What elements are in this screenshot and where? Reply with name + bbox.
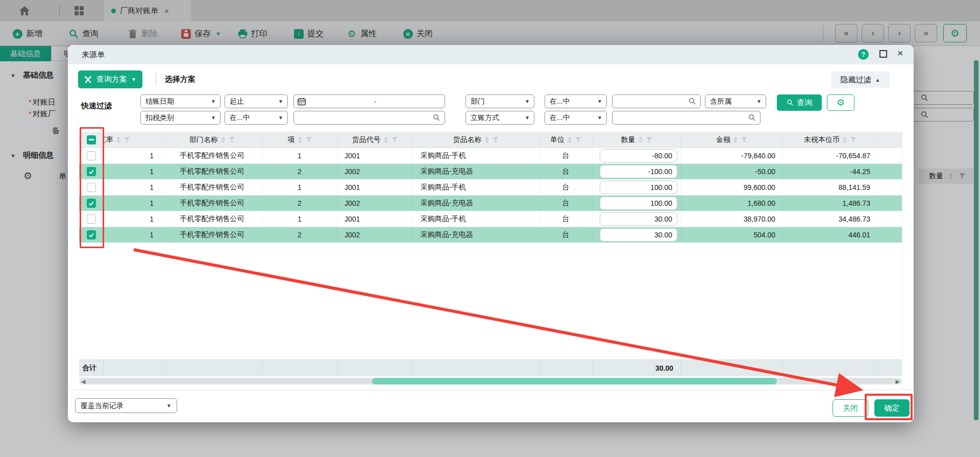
maximize-icon[interactable] [879, 50, 887, 58]
chevron-down-icon: ▼ [597, 99, 602, 104]
search-icon [787, 99, 794, 106]
overwrite-mode-select[interactable]: 覆盖当前记录 ▼ [75, 398, 177, 413]
qty-input[interactable] [600, 165, 677, 178]
filter-funnel-icon[interactable] [391, 137, 398, 143]
filter1-op2-select[interactable]: 在...中▼ [545, 94, 607, 108]
filter1-field-select[interactable]: 结账日期▼ [140, 94, 220, 108]
chevron-down-icon: ▼ [131, 77, 136, 82]
table-row[interactable]: 1手机零配件销售公司1J001采购商品-手机台-79,840.00-70,654… [79, 148, 902, 164]
row-checkbox[interactable] [87, 230, 96, 239]
filter2-op-select[interactable]: 在...中▼ [225, 111, 288, 125]
column-label: 金额 [716, 135, 730, 145]
filter-funnel-icon[interactable] [493, 137, 499, 143]
query-scheme-button[interactable]: 查询方案 ▼ [78, 70, 142, 88]
filter-settings-button[interactable]: ⚙ [827, 94, 854, 111]
help-icon[interactable]: ? [858, 49, 869, 60]
filter1-op-select[interactable]: 起止▼ [225, 94, 288, 108]
divider [902, 132, 902, 376]
dialog-close-button[interactable]: 关闭 [832, 399, 868, 417]
scrollbar-thumb[interactable] [372, 378, 777, 384]
column-label: 货品名称 [453, 135, 482, 145]
row-checkbox[interactable] [87, 151, 96, 160]
qty-input[interactable] [600, 197, 677, 210]
filter-funnel-icon[interactable] [306, 137, 312, 143]
dialog-header: 来源单 ? × [68, 45, 914, 64]
total-label: 合计 [79, 360, 104, 376]
filter-funnel-icon[interactable] [741, 137, 747, 143]
select-all-checkbox[interactable] [87, 135, 96, 145]
sort-icons[interactable] [843, 137, 847, 143]
chevron-down-icon: ▼ [211, 99, 216, 104]
sort-icons[interactable] [384, 137, 388, 143]
hide-filter-button[interactable]: 隐藏过滤 ▲ [831, 71, 890, 88]
sort-icons[interactable] [116, 137, 120, 143]
table-cell: 88,141.59 [783, 180, 878, 195]
qty-input[interactable] [600, 228, 677, 242]
column-header-2[interactable]: 部门名称 [162, 132, 262, 148]
dialog-confirm-button[interactable]: 确定 [874, 399, 910, 417]
column-header-8[interactable]: 金额 [681, 132, 783, 148]
row-checkbox[interactable] [87, 167, 96, 176]
query-button[interactable]: 查询 [777, 94, 822, 111]
quick-filter-label: 快速过滤 [81, 101, 112, 111]
column-label: 货品代号 [352, 135, 381, 145]
select-scheme-link[interactable]: 选择方案 [165, 75, 195, 84]
scroll-left-icon[interactable]: ◀ [81, 378, 85, 385]
filter1-search-input[interactable] [612, 94, 701, 108]
filter1-belong-select[interactable]: 含所属▼ [705, 94, 766, 108]
close-icon[interactable]: × [897, 47, 903, 59]
sort-icons[interactable] [733, 137, 738, 143]
sort-icons[interactable] [568, 137, 572, 143]
row-checkbox[interactable] [87, 183, 96, 192]
scroll-right-icon[interactable]: ▶ [896, 378, 900, 385]
chevron-down-icon: ▼ [278, 115, 283, 121]
table-cell: 1 [104, 148, 162, 163]
table-row[interactable]: 1手机零配件销售公司2J002采购商品-充电器台-50.00-44.25 [79, 164, 902, 180]
table-cell: 手机零配件销售公司 [162, 148, 262, 163]
sort-icons[interactable] [485, 137, 489, 143]
filter2-field-select[interactable]: 扣税类别▼ [140, 111, 220, 125]
filter2-search2-input[interactable] [612, 111, 761, 125]
qty-input[interactable] [600, 181, 677, 194]
filter-funnel-icon[interactable] [575, 137, 581, 143]
table-row[interactable]: 1手机零配件销售公司2J002采购商品-充电器台1,680.001,486.73 [79, 196, 902, 211]
column-header-3[interactable]: 项 [262, 132, 337, 148]
divider [68, 390, 914, 390]
filter1-date-range-input[interactable]: - [293, 94, 445, 108]
qty-cell [593, 148, 681, 163]
column-header-7[interactable]: 数量 [593, 132, 681, 148]
column-header-5[interactable]: 货品名称 [412, 132, 540, 148]
column-header-9[interactable]: 未税本位币 [783, 132, 878, 148]
table-row[interactable]: 1手机零配件销售公司1J001采购商品-手机台38,970.0034,486.7… [79, 211, 902, 227]
qty-input[interactable] [600, 149, 677, 162]
sort-icons[interactable] [639, 137, 643, 143]
filter-funnel-icon[interactable] [646, 137, 652, 143]
table-cell: 1 [104, 164, 162, 179]
row-checkbox[interactable] [87, 199, 96, 208]
column-header-6[interactable]: 单位 [540, 132, 593, 148]
table-cell: 1 [262, 180, 337, 195]
filter1-field2-select[interactable]: 部门▼ [465, 94, 534, 108]
column-header-1[interactable]: 汇率 [104, 132, 162, 148]
row-filler-cell [878, 164, 902, 179]
row-checkbox[interactable] [87, 214, 96, 224]
filter2-search-input[interactable] [293, 111, 445, 125]
table-cell: 38,970.00 [681, 211, 783, 227]
filter-funnel-icon[interactable] [229, 137, 235, 143]
calendar-icon [298, 98, 306, 106]
table-horizontal-scrollbar[interactable]: ◀ ▶ [79, 378, 902, 384]
qty-input[interactable] [600, 212, 677, 226]
table-row[interactable]: 1手机零配件销售公司2J002采购商品-充电器台504.00446.01 [79, 227, 902, 243]
column-header-4[interactable]: 货品代号 [337, 132, 412, 148]
search-icon [748, 114, 756, 122]
source-table: 汇率部门名称项货品代号货品名称单位数量金额未税本位币 1手机零配件销售公司1J0… [79, 132, 902, 243]
qty-cell [593, 211, 681, 227]
table-cell: 446.01 [783, 227, 878, 243]
filter2-op2-select[interactable]: 在...中▼ [545, 111, 607, 125]
filter-funnel-icon[interactable] [124, 137, 130, 143]
sort-icons[interactable] [298, 137, 302, 143]
sort-icons[interactable] [221, 137, 225, 143]
filter2-field2-select[interactable]: 立账方式▼ [465, 111, 534, 125]
filter-funnel-icon[interactable] [850, 137, 856, 143]
table-row[interactable]: 1手机零配件销售公司1J001采购商品-手机台99,600.0088,141.5… [79, 180, 902, 196]
